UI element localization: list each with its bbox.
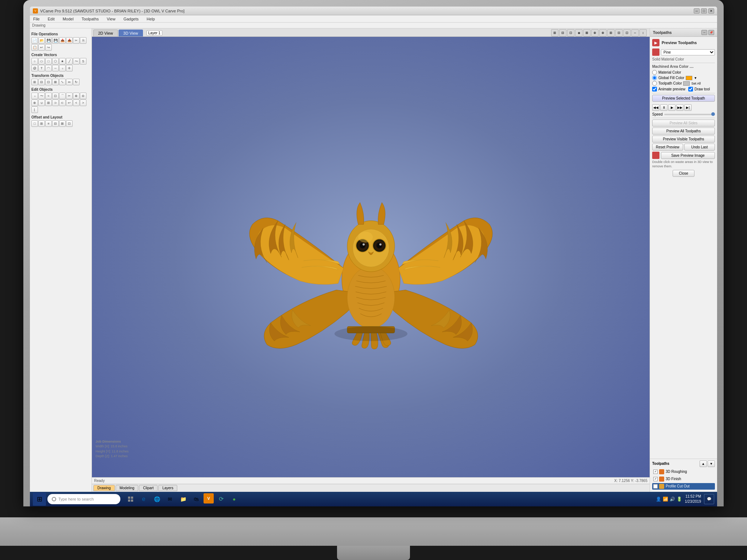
- menu-edit[interactable]: Edit: [47, 16, 56, 22]
- break-btn[interactable]: ⊂: [59, 100, 66, 106]
- view-icon-3[interactable]: ⊡: [567, 29, 574, 36]
- task-view-btn[interactable]: [125, 493, 136, 505]
- preview-visible-btn[interactable]: Preview Visible Toolpaths: [652, 136, 715, 143]
- menu-model[interactable]: Model: [62, 16, 75, 22]
- view-icon-2[interactable]: ⊟: [559, 29, 566, 36]
- fill-color-arrow[interactable]: ▼: [694, 76, 697, 80]
- preview-selected-btn[interactable]: Preview Selected Toolpath: [652, 95, 715, 102]
- nesting-btn[interactable]: ≡: [45, 120, 52, 127]
- view-icon-11[interactable]: ↔: [631, 29, 639, 36]
- play-start-btn[interactable]: ◀◀: [652, 104, 659, 111]
- tab-clipart[interactable]: Clipart: [139, 485, 158, 491]
- people-icon[interactable]: 👤: [656, 497, 661, 502]
- array-btn[interactable]: ⊞: [45, 100, 52, 106]
- ellipse-tool[interactable]: ⬭: [38, 58, 45, 65]
- edge-app[interactable]: e: [138, 493, 150, 505]
- redo-btn[interactable]: ↪: [45, 44, 52, 51]
- polygon-tool[interactable]: ⬡: [52, 58, 59, 65]
- toolpath-color-radio[interactable]: [652, 81, 657, 86]
- undo-last-btn[interactable]: Undo Last: [684, 144, 715, 151]
- toolpath-color-swatch[interactable]: [683, 81, 690, 86]
- speed-thumb[interactable]: [711, 112, 715, 116]
- play-pause-btn[interactable]: ⏸: [660, 104, 667, 111]
- snap-btn[interactable]: ⊡: [66, 120, 73, 127]
- tab-layers[interactable]: Layers: [158, 485, 177, 491]
- bezier-tool[interactable]: 〜: [73, 58, 80, 65]
- extra2-btn[interactable]: >: [80, 100, 86, 106]
- import-btn[interactable]: 📥: [66, 37, 73, 44]
- speed-slider[interactable]: [664, 114, 715, 115]
- new-file-btn[interactable]: 📄: [31, 37, 38, 44]
- export-btn[interactable]: 📤: [59, 37, 66, 44]
- minimize-button[interactable]: ─: [694, 8, 700, 13]
- text-tool[interactable]: T: [38, 65, 45, 71]
- layer-dropdown[interactable]: Layer 1: [147, 30, 162, 36]
- toolpath-item-finish[interactable]: ✓ 3D Finish: [652, 476, 715, 482]
- subtract-btn[interactable]: ⊖: [80, 93, 86, 99]
- s-curve-tool[interactable]: S: [80, 58, 86, 65]
- view-icon-9[interactable]: ⊟: [615, 29, 623, 36]
- ungroup-btn[interactable]: ⊠: [52, 79, 59, 85]
- move-tool[interactable]: ✛: [66, 65, 73, 71]
- viewport-3d[interactable]: Job Dimensions Width [X]: 15.8 inches He…: [92, 37, 650, 477]
- preview-all-toolpaths-btn[interactable]: Preview All Toolpaths: [652, 128, 715, 135]
- play-forward-btn[interactable]: ▶▶: [676, 104, 684, 111]
- cut-btn[interactable]: ✂: [73, 37, 80, 44]
- folder-app[interactable]: 📁: [177, 493, 189, 505]
- view-icon-1[interactable]: ⊞: [551, 29, 558, 36]
- copy-along-btn[interactable]: ⊟: [52, 120, 59, 127]
- extra1-btn[interactable]: <: [73, 100, 80, 106]
- finish-checkbox[interactable]: ✓: [653, 477, 658, 481]
- save-preview-btn[interactable]: Save Preview Image: [661, 152, 715, 159]
- tab-drawing[interactable]: Drawing: [93, 485, 115, 491]
- simplify-btn[interactable]: ≈: [45, 93, 52, 99]
- undo-btn[interactable]: ↩: [38, 44, 45, 51]
- weld-btn[interactable]: ⊕: [73, 93, 80, 99]
- offset-btn[interactable]: ⊡: [52, 93, 59, 99]
- view-icon-5[interactable]: ⊠: [583, 29, 591, 36]
- extra3-btn[interactable]: ⌊: [31, 106, 38, 113]
- group-btn[interactable]: ⊡: [45, 79, 52, 85]
- resize-btn[interactable]: ⤡: [59, 79, 66, 85]
- spiral-tool[interactable]: @: [31, 65, 38, 71]
- material-select[interactable]: Pine Oak Maple: [661, 49, 715, 55]
- preview-all-sides-btn[interactable]: Preview All Sides: [652, 120, 715, 127]
- arc-tool[interactable]: ◠: [45, 65, 52, 71]
- open-file-btn[interactable]: 📂: [38, 37, 45, 44]
- roughing-checkbox[interactable]: ✓: [653, 470, 658, 474]
- fillet-btn[interactable]: ⌒: [59, 93, 66, 99]
- fill-color-swatch[interactable]: [686, 76, 692, 80]
- app-8[interactable]: ●: [228, 493, 240, 505]
- save-as-btn[interactable]: 💾: [52, 37, 59, 44]
- star-tool[interactable]: ★: [59, 58, 66, 65]
- material-color-radio[interactable]: [652, 70, 657, 75]
- menu-help[interactable]: Help: [146, 16, 156, 22]
- chrome-app[interactable]: 🌐: [151, 493, 163, 505]
- trim-btn[interactable]: ✂: [66, 93, 73, 99]
- store-app[interactable]: 🛍: [190, 493, 202, 505]
- view-icon-10[interactable]: ⊡: [623, 29, 631, 36]
- menu-toolpaths[interactable]: Toolpaths: [81, 16, 100, 22]
- volume-icon[interactable]: 🔊: [670, 497, 675, 502]
- animate-preview-checkbox[interactable]: [652, 87, 657, 92]
- save-file-btn[interactable]: 💾: [45, 37, 52, 44]
- tab-2d-view[interactable]: 2D View: [93, 30, 118, 36]
- toolpath-item-roughing[interactable]: ✓ 3D Roughing: [652, 468, 715, 475]
- panel-close-btn[interactable]: ─: [701, 30, 707, 35]
- toolpath-set-all-btn[interactable]: Set All: [691, 82, 701, 85]
- dimension-tool[interactable]: ↔: [52, 65, 59, 71]
- edit-node-btn[interactable]: ⬦: [31, 93, 38, 99]
- reverse-btn[interactable]: ↩: [66, 100, 73, 106]
- close-button[interactable]: Close: [673, 170, 694, 177]
- reset-preview-btn[interactable]: Reset Preview: [652, 144, 683, 151]
- distribute-btn[interactable]: ⊟: [38, 79, 45, 85]
- layout-btn[interactable]: ⊞: [38, 120, 45, 127]
- view-icon-7[interactable]: ⊗: [599, 29, 607, 36]
- tab-modeling[interactable]: Modeling: [116, 485, 139, 491]
- circle-tool[interactable]: ○: [31, 58, 38, 65]
- offset2-btn[interactable]: □: [31, 120, 38, 127]
- draw-tool-checkbox[interactable]: [688, 87, 693, 92]
- start-button[interactable]: ⊞: [33, 493, 46, 506]
- clock[interactable]: 11:52 PM 1/23/2019: [685, 494, 701, 504]
- toolpath-item-profile[interactable]: ✓ Profile Cut Out: [652, 483, 715, 490]
